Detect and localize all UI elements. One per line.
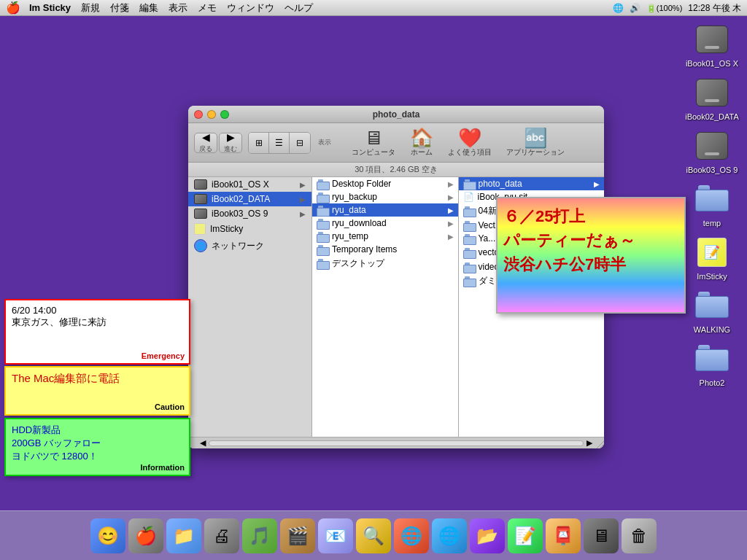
menu-new[interactable]: 新規 — [81, 1, 100, 15]
folder-icon-video-data — [463, 262, 475, 272]
sidebar-hdd-icon-3 — [194, 209, 207, 219]
file-item-ryu-data[interactable]: ryu_data ▶ — [312, 203, 458, 217]
folder-icon-vect — [463, 221, 475, 230]
file-item-desktop-jp[interactable]: デスクトップ — [312, 256, 458, 271]
dock-item-3[interactable]: 🎵 — [242, 518, 277, 553]
scroll-left-arrow[interactable]: ◀ — [200, 438, 206, 448]
emergency-note-content: 6/20 14:00 東京ガス、修理に来訪 — [12, 305, 183, 329]
menu-view[interactable]: 表示 — [169, 1, 187, 15]
desktop-icon-ibook01[interactable]: iBook01_OS X — [683, 22, 741, 68]
caution-note-label: Caution — [155, 402, 185, 411]
dock-trash[interactable]: 🗑 — [622, 518, 657, 553]
folder-icon-temp — [695, 185, 729, 213]
dock-item-4[interactable]: 🎬 — [280, 518, 315, 553]
window-resize-handle[interactable] — [595, 440, 604, 448]
desktop-icon-ibook03[interactable]: iBook03_OS 9 — [683, 128, 741, 174]
clock: 12:28 午後 木 — [688, 2, 741, 15]
window-titlebar: photo_data — [188, 106, 604, 123]
caution-note-content: The Mac編集部に電話 — [12, 372, 183, 386]
desktop-icon-imsticky[interactable]: 📝 ImSticky — [683, 235, 741, 281]
dock-item-5[interactable]: 📧 — [318, 518, 353, 553]
apple-menu-icon[interactable]: 🍎 — [6, 1, 20, 15]
desktop-icon-ibook02[interactable]: iBook02_DATA — [683, 75, 741, 121]
desktop-icon-walking[interactable]: WALKING — [683, 288, 741, 334]
menu-window[interactable]: ウィンドウ — [227, 1, 274, 15]
back-button[interactable]: ◀ 戻る — [194, 133, 217, 153]
desktop-icon-label-ibook01: iBook01_OS X — [686, 59, 738, 68]
menubar: 🍎 Im Sticky 新規 付箋 編集 表示 メモ ウィンドウ ヘルプ 🌐 🔊… — [0, 0, 747, 16]
sidebar-arrow-3: ▶ — [300, 210, 306, 218]
party-note-line3: 渋谷ハチ公7時半 — [503, 252, 678, 276]
file-item-ryu-download[interactable]: ryu_download ▶ — [312, 217, 458, 230]
file-count-status: 30 項目、2.46 GB 空き — [355, 164, 438, 175]
dock-finder[interactable]: 😊 — [90, 518, 125, 553]
menu-app-name[interactable]: Im Sticky — [29, 2, 71, 13]
dock-item-8[interactable]: 🌐 — [432, 518, 467, 553]
dock-item-6[interactable]: 🔍 — [356, 518, 391, 553]
desktop-icon-label-temp: temp — [703, 219, 721, 228]
desktop-icon-label-photo2: Photo2 — [700, 378, 725, 387]
desktop-icon-temp[interactable]: temp — [683, 182, 741, 228]
dock-item-9[interactable]: 📂 — [470, 518, 505, 553]
toolbar-favorites-icon[interactable]: ❤️ よく使う項目 — [448, 128, 492, 158]
view-list-button[interactable]: ☰ — [269, 133, 290, 153]
file-arrow-4: ▶ — [448, 219, 454, 228]
window-statusbar: 30 項目、2.46 GB 空き — [188, 163, 604, 177]
toolbar-computer-icon[interactable]: 🖥 コンピュータ — [352, 128, 395, 158]
sidebar-item-network[interactable]: 🌐 ネットワーク — [188, 237, 311, 254]
folder-icon-dummy — [463, 276, 475, 286]
dock-item-1[interactable]: 📁 — [166, 518, 201, 553]
file-item-photo-data[interactable]: photo_data ▶ — [459, 177, 605, 190]
file-item-desktop[interactable]: Desktop Folder ▶ — [312, 177, 458, 190]
window-scrollbar[interactable]: ◀ ▶ — [188, 437, 604, 448]
maximize-button[interactable] — [220, 110, 229, 119]
toolbar-view-label: 表示 — [318, 138, 331, 147]
emergency-sticky-note[interactable]: 6/20 14:00 東京ガス、修理に来訪 Emergency — [4, 299, 190, 365]
desktop-icon-photo2[interactable]: Photo2 — [683, 341, 741, 387]
menu-sticky[interactable]: 付箋 — [110, 1, 129, 15]
scroll-right-arrow[interactable]: ▶ — [587, 438, 592, 448]
file-item-ryu-temp[interactable]: ryu_temp ▶ — [312, 230, 458, 243]
forward-button[interactable]: ▶ 進む — [219, 133, 242, 153]
menu-help[interactable]: ヘルプ — [285, 1, 313, 15]
sidebar-item-ibook02[interactable]: iBook02_DATA ▶ — [188, 192, 311, 206]
dock-apple[interactable]: 🍎 — [128, 518, 163, 553]
sidebar-item-ibook03[interactable]: iBook03_OS 9 ▶ — [188, 206, 311, 221]
svg-line-2 — [601, 447, 604, 448]
menu-memo[interactable]: メモ — [198, 1, 217, 15]
dock-item-10[interactable]: 📝 — [508, 518, 543, 553]
minimize-button[interactable] — [207, 110, 216, 119]
toolbar-home-icon[interactable]: 🏠 ホーム — [410, 128, 433, 158]
hdd-icon-2 — [696, 79, 728, 106]
sidebar-item-imsticky[interactable]: ImSticky — [188, 221, 311, 237]
folder-icon-ryu-backup — [317, 192, 328, 202]
sidebar-arrow-1: ▶ — [300, 181, 306, 189]
close-button[interactable] — [194, 110, 203, 119]
info-sticky-note[interactable]: HDD新製品 200GB バッファロー ヨドバツで 12800！ Informa… — [4, 418, 190, 476]
view-column-button[interactable]: ⊟ — [290, 133, 310, 153]
dock-item-11[interactable]: 📮 — [546, 518, 581, 553]
menubar-icon-1: 🌐 — [613, 3, 624, 13]
dock-item-7[interactable]: 🌐 — [394, 518, 429, 553]
desktop-icon-label-ibook03: iBook03_OS 9 — [686, 166, 738, 174]
sidebar-item-ibook01[interactable]: iBook01_OS X ▶ — [188, 177, 311, 192]
folder-icon-temp-items — [317, 245, 328, 254]
caution-sticky-note[interactable]: The Mac編集部に電話 Caution — [4, 366, 190, 416]
toolbar-applications-icon[interactable]: 🔤 アプリケーション — [506, 128, 565, 158]
toolbar-nav-buttons: ◀ 戻る ▶ 進む — [194, 133, 242, 153]
party-sticky-note[interactable]: ６／25打上 パーティーだぁ～ 渋谷ハチ公7時半 — [496, 197, 686, 314]
dock-item-12[interactable]: 🖥 — [584, 518, 619, 553]
menu-edit[interactable]: 編集 — [139, 1, 158, 15]
dock-item-2[interactable]: 🖨 — [204, 518, 239, 553]
scrollbar-track[interactable] — [209, 440, 584, 446]
file-item-temp-items[interactable]: Temporary Items — [312, 243, 458, 256]
view-icon-button[interactable]: ⊞ — [249, 133, 269, 153]
sidebar-arrow-2: ▶ — [300, 195, 306, 203]
info-note-label: Information — [141, 463, 185, 472]
file-item-ryu-backup[interactable]: ryu_backup ▶ — [312, 190, 458, 203]
file-pane-1: Desktop Folder ▶ ryu_backup ▶ ryu_data ▶… — [312, 177, 459, 437]
sidebar: iBook01_OS X ▶ iBook02_DATA ▶ iBook03_OS… — [188, 177, 312, 437]
folder-icon-photo2 — [695, 345, 729, 373]
sidebar-hdd-icon-1 — [194, 179, 207, 190]
file-arrow-1: ▶ — [448, 180, 454, 188]
